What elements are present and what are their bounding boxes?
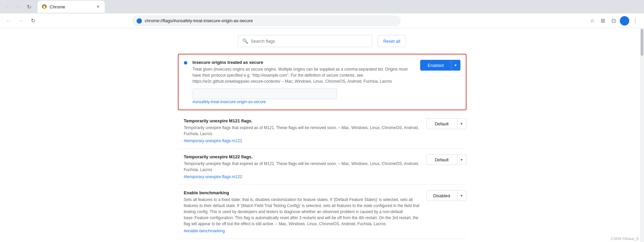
split-view-button[interactable]: ⊡	[609, 16, 618, 26]
flag-content-m121: Temporarily unexpire M121 flags. Tempora…	[178, 118, 421, 143]
extensions-button[interactable]: ⊞	[598, 16, 608, 26]
search-input[interactable]	[251, 39, 368, 44]
flag-item-benchmarking: Enable benchmarking Sets all features to…	[178, 185, 466, 239]
flag-active-dot	[184, 61, 187, 65]
watermark: CSDN ©Klaus_S	[611, 237, 639, 241]
flag-link-insecure-origins[interactable]: #unsafely-treat-insecure-origin-as-secur…	[193, 99, 266, 104]
bookmark-button[interactable]: ☆	[588, 16, 597, 26]
search-box[interactable]: 🔍	[238, 35, 372, 47]
address-security-icon: 🔵	[136, 18, 142, 24]
nav-buttons: ← → ↻	[3, 2, 34, 11]
search-icon: 🔍	[242, 38, 248, 44]
scrollbar-thumb[interactable]	[641, 29, 643, 56]
flag-item-m121: Temporarily unexpire M121 flags. Tempora…	[178, 113, 466, 149]
chrome-icon	[42, 4, 47, 9]
flag-control-m122[interactable]: Default ▼	[426, 154, 466, 165]
flag-select-value-insecure-origins: Enabled	[420, 63, 451, 68]
flag-item-insecure-origins: Insecure origins treated as secure Treat…	[178, 54, 466, 110]
flag-description-m121: Temporarily unexpire flags that expired …	[184, 125, 421, 137]
flags-container: 🔍 Reset all Insecure origins treated as …	[171, 35, 473, 239]
flag-select-arrow-m122: ▼	[457, 155, 466, 165]
flag-select-arrow-m121: ▼	[457, 119, 466, 129]
omnibar: ← → ↻ 🔵 chrome://flags/#unsafely-treat-i…	[0, 13, 644, 28]
flag-link-benchmarking[interactable]: #enable-benchmarking	[184, 229, 225, 233]
flag-select-value-benchmarking: Disabled	[427, 193, 457, 198]
tab-favicon	[42, 4, 47, 9]
omnibar-forward-button[interactable]: →	[16, 16, 26, 26]
address-bar[interactable]: 🔵 chrome://flags/#unsafely-treat-insecur…	[132, 15, 401, 26]
scrollbar[interactable]	[640, 28, 644, 242]
more-button[interactable]: ⋮	[631, 16, 640, 26]
profile-button[interactable]: 👤	[620, 16, 629, 26]
omnibar-back-button[interactable]: ←	[4, 16, 13, 26]
flag-link-m121[interactable]: #temporary-unexpire-flags-m121	[184, 138, 242, 143]
flag-title-m122: Temporarily unexpire M122 flags.	[184, 154, 421, 159]
flag-item-m122: Temporarily unexpire M122 flags. Tempora…	[178, 149, 466, 185]
page-content: 🔍 Reset all Insecure origins treated as …	[0, 28, 644, 242]
flag-content-m122: Temporarily unexpire M122 flags. Tempora…	[178, 154, 421, 179]
flag-content-insecure-origins: Insecure origins treated as secure Treat…	[193, 60, 415, 104]
flag-description-benchmarking: Sets all features to a fixed state; that…	[184, 197, 421, 227]
forward-button[interactable]: →	[13, 2, 23, 11]
flag-select-arrow-insecure-origins: ▼	[451, 60, 460, 70]
flag-link-m122[interactable]: #temporary-unexpire-flags-m122	[184, 174, 242, 179]
flag-select-value-m122: Default	[427, 157, 457, 162]
flag-select-value-m121: Default	[427, 121, 457, 126]
active-tab[interactable]: Chrome ✕	[38, 1, 105, 13]
flag-description-insecure-origins: Treat given (insecure) origins as secure…	[193, 66, 415, 84]
flag-select-insecure-origins[interactable]: Enabled ▼	[420, 60, 460, 71]
flag-select-m122[interactable]: Default ▼	[426, 154, 466, 165]
back-button[interactable]: ←	[3, 2, 12, 11]
flag-select-arrow-benchmarking: ▼	[457, 191, 466, 201]
search-bar-wrapper: 🔍 Reset all	[178, 35, 466, 47]
flag-content-benchmarking: Enable benchmarking Sets all features to…	[178, 190, 421, 233]
flag-control-benchmarking[interactable]: Disabled ▼	[426, 190, 466, 201]
flag-description-m122: Temporarily unexpire flags that expired …	[184, 161, 421, 173]
tab-label: Chrome	[50, 4, 93, 9]
flag-control-m121[interactable]: Default ▼	[426, 118, 466, 129]
flag-control-insecure-origins[interactable]: Enabled ▼	[420, 60, 460, 71]
flag-select-benchmarking[interactable]: Disabled ▼	[426, 190, 466, 201]
tab-bar: ← → ↻ Chrome ✕	[0, 0, 644, 13]
flag-title-benchmarking: Enable benchmarking	[184, 190, 421, 195]
flag-title-m121: Temporarily unexpire M121 flags.	[184, 118, 421, 123]
flag-input-insecure-origins[interactable]	[193, 88, 337, 99]
tab-close-button[interactable]: ✕	[95, 4, 101, 9]
omnibar-refresh-button[interactable]: ↻	[28, 16, 38, 26]
omnibar-right: ☆ ⊞ ⊡ 👤 ⋮	[588, 16, 640, 26]
flag-select-m121[interactable]: Default ▼	[426, 118, 466, 129]
browser-frame: ← → ↻ Chrome ✕ ← → ↻ 🔵 chrome://flags/#u…	[0, 0, 644, 242]
reset-all-button[interactable]: Reset all	[378, 35, 406, 47]
refresh-button[interactable]: ↻	[24, 2, 34, 11]
address-text: chrome://flags/#unsafely-treat-insecure-…	[145, 18, 397, 23]
flag-title-insecure-origins: Insecure origins treated as secure	[193, 60, 415, 65]
